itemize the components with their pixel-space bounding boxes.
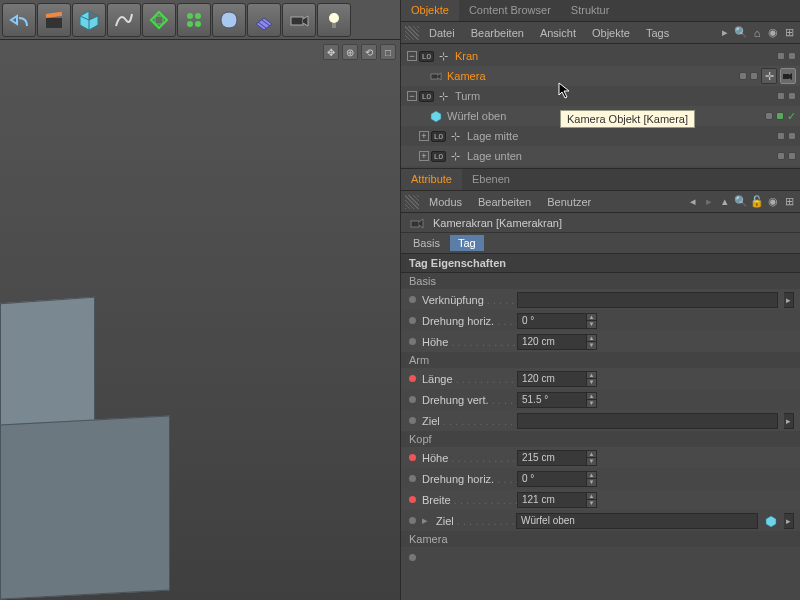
menu-tags[interactable]: Tags [640, 25, 675, 41]
spinner[interactable]: ▲▼ [587, 392, 597, 408]
anim-dot[interactable] [409, 417, 416, 424]
tree-item-lage-mitte[interactable]: + L0 ⊹ Lage mitte [401, 126, 800, 146]
nav-back-icon[interactable]: ◂ [686, 195, 700, 209]
expand-icon[interactable]: ⊞ [782, 26, 796, 40]
anim-dot[interactable] [409, 317, 416, 324]
subtab-basis[interactable]: Basis [405, 235, 448, 251]
tool-camera-icon[interactable] [282, 3, 316, 37]
search-icon[interactable]: 🔍 [734, 195, 748, 209]
anim-dot[interactable] [409, 454, 416, 461]
search-icon[interactable]: 🔍 [734, 26, 748, 40]
value-input[interactable]: 0 ° [517, 471, 587, 487]
anim-dot[interactable] [409, 517, 416, 524]
collapse-icon[interactable]: − [407, 91, 417, 101]
tag-camera-icon[interactable] [780, 68, 796, 84]
vis-dot[interactable] [788, 132, 796, 140]
value-input[interactable]: 120 cm [517, 371, 587, 387]
value-input[interactable]: 120 cm [517, 334, 587, 350]
vp-rotate-icon[interactable]: ⟲ [361, 44, 377, 60]
menu-objekte[interactable]: Objekte [586, 25, 636, 41]
nav-up-icon[interactable]: ▴ [718, 195, 732, 209]
expand-arrow-icon[interactable]: ▸ [422, 514, 432, 527]
menu-benutzer[interactable]: Benutzer [541, 194, 597, 210]
vis-dot[interactable] [788, 52, 796, 60]
menu-bearbeiten[interactable]: Bearbeiten [465, 25, 530, 41]
tool-floor-icon[interactable] [247, 3, 281, 37]
value-input[interactable]: 121 cm [517, 492, 587, 508]
grip-icon[interactable] [405, 26, 419, 40]
tab-attribute[interactable]: Attribute [401, 169, 462, 190]
eye-icon[interactable]: ◉ [766, 26, 780, 40]
value-input[interactable]: 0 ° [517, 313, 587, 329]
vis-dot[interactable] [788, 92, 796, 100]
vis-dot[interactable] [788, 152, 796, 160]
collapse-icon[interactable]: − [407, 51, 417, 61]
spinner[interactable]: ▲▼ [587, 492, 597, 508]
vis-dot[interactable] [777, 132, 785, 140]
tab-ebenen[interactable]: Ebenen [462, 169, 520, 190]
tool-undo-icon[interactable] [2, 3, 36, 37]
tool-deformer-icon[interactable] [212, 3, 246, 37]
tool-cube-icon[interactable] [72, 3, 106, 37]
anim-dot[interactable] [409, 554, 416, 561]
tab-content-browser[interactable]: Content Browser [459, 0, 561, 21]
anim-dot[interactable] [409, 496, 416, 503]
tree-item-turm[interactable]: − L0 ⊹ Turm [401, 86, 800, 106]
tree-item-kamera[interactable]: Kamera ✛ [401, 66, 800, 86]
link-arrow-icon[interactable]: ▸ [784, 413, 794, 429]
link-field[interactable] [517, 292, 778, 308]
link-arrow-icon[interactable]: ▸ [784, 292, 794, 308]
spinner[interactable]: ▲▼ [587, 313, 597, 329]
vp-max-icon[interactable]: □ [380, 44, 396, 60]
anim-dot[interactable] [409, 296, 416, 303]
home-icon[interactable]: ⌂ [750, 26, 764, 40]
arrow-icon[interactable]: ▸ [718, 26, 732, 40]
vis-dot[interactable] [777, 52, 785, 60]
tab-objekte[interactable]: Objekte [401, 0, 459, 21]
expand-icon[interactable]: + [419, 151, 429, 161]
menu-datei[interactable]: Datei [423, 25, 461, 41]
value-input[interactable]: 215 cm [517, 450, 587, 466]
spinner[interactable]: ▲▼ [587, 471, 597, 487]
link-field[interactable] [517, 413, 778, 429]
vis-dot[interactable] [750, 72, 758, 80]
spinner[interactable]: ▲▼ [587, 371, 597, 387]
spinner[interactable]: ▲▼ [587, 450, 597, 466]
tool-nurbs-icon[interactable] [142, 3, 176, 37]
menu-ansicht[interactable]: Ansicht [534, 25, 582, 41]
value-input[interactable]: 51.5 ° [517, 392, 587, 408]
link-arrow-icon[interactable]: ▸ [784, 513, 794, 529]
expand-icon[interactable]: ⊞ [782, 195, 796, 209]
expand-icon[interactable]: + [419, 131, 429, 141]
grip-icon[interactable] [405, 195, 419, 209]
menu-bearbeiten[interactable]: Bearbeiten [472, 194, 537, 210]
tab-struktur[interactable]: Struktur [561, 0, 620, 21]
vis-dot[interactable] [776, 112, 784, 120]
tree-item-kran[interactable]: − L0 ⊹ Kran [401, 46, 800, 66]
lock-icon[interactable]: 🔓 [750, 195, 764, 209]
subtab-tag[interactable]: Tag [450, 235, 484, 251]
tool-light-icon[interactable] [317, 3, 351, 37]
vis-dot[interactable] [777, 152, 785, 160]
vis-dot[interactable] [739, 72, 747, 80]
vp-pan-icon[interactable]: ✥ [323, 44, 339, 60]
anim-dot[interactable] [409, 475, 416, 482]
anim-dot[interactable] [409, 396, 416, 403]
vis-dot[interactable] [765, 112, 773, 120]
eye-icon[interactable]: ◉ [766, 195, 780, 209]
anim-dot[interactable] [409, 338, 416, 345]
tool-array-icon[interactable] [177, 3, 211, 37]
vis-dot[interactable] [777, 92, 785, 100]
vp-zoom-icon[interactable]: ⊕ [342, 44, 358, 60]
spinner[interactable]: ▲▼ [587, 334, 597, 350]
tree-item-lage-unten[interactable]: + L0 ⊹ Lage unten [401, 146, 800, 166]
link-field[interactable]: Würfel oben [516, 513, 758, 529]
anim-dot[interactable] [409, 375, 416, 382]
tag-crosshair-icon[interactable]: ✛ [761, 68, 777, 84]
viewport-3d[interactable]: ✥ ⊕ ⟲ □ [0, 40, 400, 600]
tool-clapper-icon[interactable] [37, 3, 71, 37]
menu-modus[interactable]: Modus [423, 194, 468, 210]
nav-fwd-icon[interactable]: ▸ [702, 195, 716, 209]
check-icon[interactable]: ✓ [787, 110, 796, 123]
tool-spline-icon[interactable] [107, 3, 141, 37]
